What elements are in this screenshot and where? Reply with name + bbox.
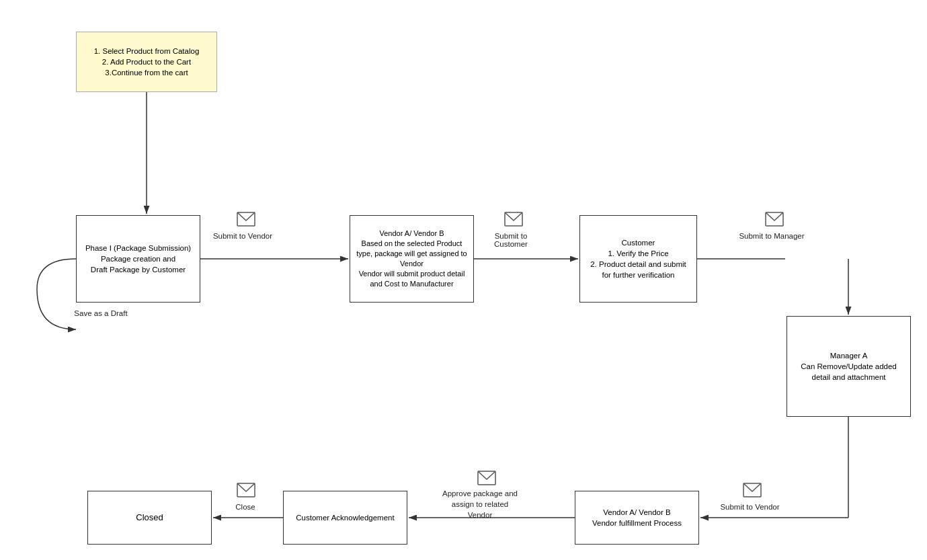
closed-box: Closed bbox=[87, 491, 212, 545]
manager-a-box: Manager A Can Remove/Update added detail… bbox=[787, 316, 911, 417]
vendor-ab-top-text: Vendor A/ Vendor B Based on the selected… bbox=[356, 229, 468, 288]
start-note-box: 1. Select Product from Catalog 2. Add Pr… bbox=[76, 32, 217, 92]
phase1-box: Phase I (Package Submission) Package cre… bbox=[76, 215, 200, 303]
vendor-ab-bottom-box: Vendor A/ Vendor B Vendor fulfillment Pr… bbox=[575, 491, 699, 545]
label-submit-vendor-top: Submit to Vendor bbox=[212, 232, 273, 240]
email-close-icon bbox=[237, 483, 255, 497]
diagram-container: 1. Select Product from Catalog 2. Add Pr… bbox=[0, 0, 927, 560]
phase1-text: Phase I (Package Submission) Package cre… bbox=[85, 243, 191, 275]
label-submit-manager: Submit to Manager bbox=[738, 232, 805, 240]
email-submit-customer-icon bbox=[504, 212, 523, 227]
vendor-ab-bottom-text: Vendor A/ Vendor B Vendor fulfillment Pr… bbox=[592, 507, 682, 528]
label-approve-package: Approve package andassign to related Ven… bbox=[440, 488, 520, 520]
manager-a-text: Manager A Can Remove/Update added detail… bbox=[793, 350, 905, 383]
customer-ack-text: Customer Acknowledgement bbox=[296, 512, 394, 523]
email-submit-vendor-top-icon bbox=[237, 212, 255, 227]
label-save-draft: Save as a Draft bbox=[61, 309, 141, 317]
vendor-ab-top-box: Vendor A/ Vendor B Based on the selected… bbox=[350, 215, 474, 303]
label-submit-vendor-bottom: Submit to Vendor bbox=[718, 503, 782, 511]
label-submit-customer: Submit to Customer bbox=[477, 232, 545, 248]
customer-verify-box: Customer 1. Verify the Price 2. Product … bbox=[579, 215, 697, 303]
start-note-text: 1. Select Product from Catalog 2. Add Pr… bbox=[94, 46, 200, 78]
email-submit-manager-icon bbox=[765, 212, 784, 227]
email-submit-vendor-bottom-icon bbox=[743, 483, 762, 497]
customer-ack-box: Customer Acknowledgement bbox=[283, 491, 407, 545]
customer-verify-text: Customer 1. Verify the Price 2. Product … bbox=[586, 237, 691, 280]
email-approve-package-icon bbox=[477, 471, 496, 485]
label-close: Close bbox=[229, 503, 262, 511]
closed-text: Closed bbox=[136, 512, 163, 524]
